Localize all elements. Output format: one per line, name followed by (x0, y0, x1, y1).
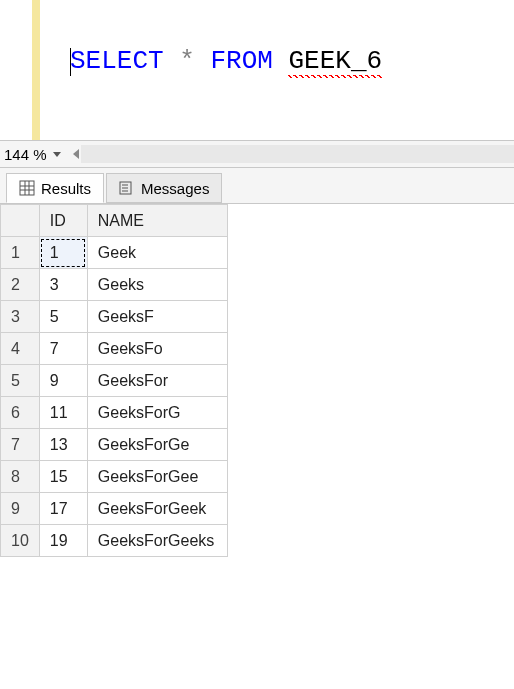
table-row[interactable]: 713GeeksForGe (1, 429, 228, 461)
cell-name[interactable]: GeeksForG (87, 397, 227, 429)
messages-icon (119, 180, 135, 196)
tab-results[interactable]: Results (6, 173, 104, 203)
cell-id[interactable]: 11 (39, 397, 87, 429)
row-header[interactable]: 6 (1, 397, 40, 429)
sql-table-text: GEEK_6 (288, 46, 382, 76)
row-header[interactable]: 7 (1, 429, 40, 461)
cell-name[interactable]: GeeksForGeek (87, 493, 227, 525)
table-row[interactable]: 917GeeksForGeek (1, 493, 228, 525)
cell-name[interactable]: GeeksForGeeks (87, 525, 227, 557)
sql-table-name: GEEK_6 (288, 46, 382, 76)
column-header-id[interactable]: ID (39, 205, 87, 237)
column-header-name[interactable]: NAME (87, 205, 227, 237)
cell-id[interactable]: 19 (39, 525, 87, 557)
cell-name[interactable]: GeeksForGe (87, 429, 227, 461)
zoom-bar: 144 % (0, 140, 514, 168)
table-row[interactable]: 611GeeksForG (1, 397, 228, 429)
sql-editor[interactable]: SELECT * FROM GEEK_6 (0, 0, 514, 140)
row-header[interactable]: 9 (1, 493, 40, 525)
results-grid[interactable]: ID NAME 11Geek23Geeks35GeeksF47GeeksFo59… (0, 204, 514, 557)
tab-messages-label: Messages (141, 180, 209, 197)
table-row[interactable]: 59GeeksFor (1, 365, 228, 397)
table-row[interactable]: 23Geeks (1, 269, 228, 301)
cell-name[interactable]: GeeksForGee (87, 461, 227, 493)
svg-rect-0 (20, 181, 34, 195)
chevron-down-icon (53, 152, 61, 157)
sql-star: * (179, 46, 195, 76)
grid-icon (19, 180, 35, 196)
table-row[interactable]: 47GeeksFo (1, 333, 228, 365)
cell-name[interactable]: Geek (87, 237, 227, 269)
cell-name[interactable]: GeeksFor (87, 365, 227, 397)
sql-keyword-select: SELECT (70, 46, 164, 76)
results-table: ID NAME 11Geek23Geeks35GeeksF47GeeksFo59… (0, 204, 228, 557)
text-cursor (70, 48, 71, 76)
cell-name[interactable]: GeeksF (87, 301, 227, 333)
row-header[interactable]: 10 (1, 525, 40, 557)
modified-marker (32, 0, 40, 140)
zoom-dropdown[interactable]: 144 % (4, 146, 65, 163)
sql-keyword-from: FROM (210, 46, 272, 76)
row-header[interactable]: 1 (1, 237, 40, 269)
table-row[interactable]: 1019GeeksForGeeks (1, 525, 228, 557)
header-row: ID NAME (1, 205, 228, 237)
cell-id[interactable]: 1 (39, 237, 87, 269)
cell-id[interactable]: 15 (39, 461, 87, 493)
horizontal-scrollbar[interactable] (81, 145, 514, 163)
cell-name[interactable]: GeeksFo (87, 333, 227, 365)
cell-id[interactable]: 5 (39, 301, 87, 333)
cell-id[interactable]: 9 (39, 365, 87, 397)
cell-id[interactable]: 13 (39, 429, 87, 461)
table-row[interactable]: 11Geek (1, 237, 228, 269)
row-header[interactable]: 8 (1, 461, 40, 493)
cell-name[interactable]: Geeks (87, 269, 227, 301)
sql-line: SELECT * FROM GEEK_6 (70, 46, 514, 76)
editor-gutter (0, 0, 40, 140)
row-header[interactable]: 3 (1, 301, 40, 333)
row-header[interactable]: 5 (1, 365, 40, 397)
row-header[interactable]: 2 (1, 269, 40, 301)
tab-results-label: Results (41, 180, 91, 197)
code-area[interactable]: SELECT * FROM GEEK_6 (40, 0, 514, 140)
error-squiggle (288, 75, 382, 78)
zoom-value: 144 % (4, 146, 47, 163)
cell-id[interactable]: 7 (39, 333, 87, 365)
corner-cell[interactable] (1, 205, 40, 237)
tab-messages[interactable]: Messages (106, 173, 222, 203)
table-row[interactable]: 815GeeksForGee (1, 461, 228, 493)
cell-id[interactable]: 17 (39, 493, 87, 525)
table-row[interactable]: 35GeeksF (1, 301, 228, 333)
row-header[interactable]: 4 (1, 333, 40, 365)
scroll-left-icon[interactable] (73, 149, 79, 159)
result-tabs: Results Messages (0, 168, 514, 204)
cell-id[interactable]: 3 (39, 269, 87, 301)
